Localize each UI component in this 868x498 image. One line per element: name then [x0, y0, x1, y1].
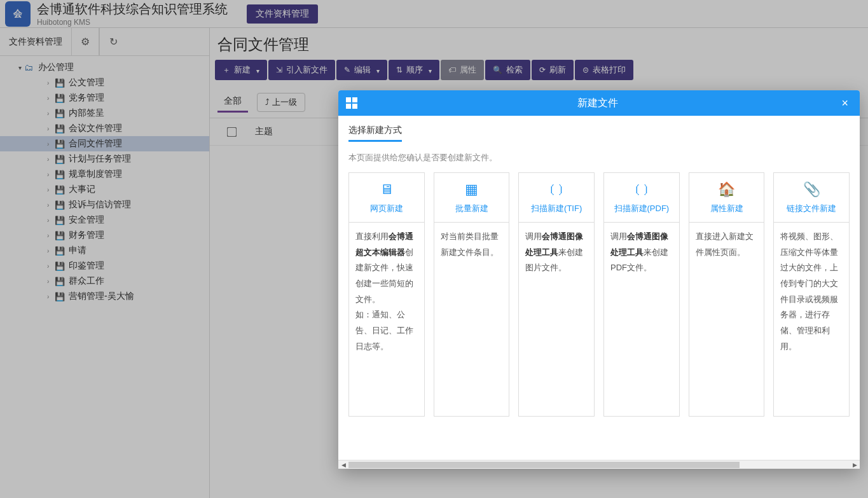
card-description: 直接进入新建文件属性页面。 [689, 223, 764, 416]
card-icon: ⟮ ⟯ [633, 181, 651, 198]
create-option-card[interactable]: ⟮ ⟯扫描新建(PDF)调用会博通图像处理工具来创建PDF文件。 [603, 172, 680, 417]
card-label: 网页新建 [370, 203, 403, 214]
modal-tab-select-method[interactable]: 选择新建方式 [348, 125, 402, 142]
card-icon: ⟮ ⟯ [548, 181, 565, 198]
card-description: 对当前类目批量新建文件条目。 [434, 223, 509, 416]
card-description: 直接利用会博通超文本编辑器创建新文件，快速创建一些简短的文件。如：通知、公告、日… [349, 223, 424, 416]
create-option-card[interactable]: ▦批量新建对当前类目批量新建文件条目。 [434, 172, 510, 417]
close-button[interactable]: × [837, 97, 852, 110]
modal-header: 新建文件 × [338, 90, 860, 116]
scroll-left-arrow[interactable]: ◀ [338, 462, 348, 468]
modal-description: 本页面提供给您确认是否要创建新文件。 [348, 152, 850, 163]
card-label: 属性新建 [710, 203, 743, 214]
create-option-card[interactable]: 📎链接文件新建将视频、图形、压缩文件等体量过大的文件，上传到专门的大文件目录或视… [773, 172, 850, 417]
scroll-right-arrow[interactable]: ▶ [850, 462, 860, 468]
card-description: 调用会博通图像处理工具来创建图片文件。 [519, 223, 594, 416]
grid-icon [346, 97, 357, 109]
card-label: 扫描新建(TIF) [531, 203, 582, 214]
new-file-modal: 新建文件 × 选择新建方式 本页面提供给您确认是否要创建新文件。 🖥网页新建直接… [338, 90, 860, 469]
card-header: ⟮ ⟯扫描新建(PDF) [604, 173, 679, 223]
card-label: 扫描新建(PDF) [614, 203, 670, 214]
modal-body: 选择新建方式 本页面提供给您确认是否要创建新文件。 🖥网页新建直接利用会博通超文… [338, 116, 860, 460]
card-icon: 🏠 [718, 181, 735, 198]
create-option-card[interactable]: ⟮ ⟯扫描新建(TIF)调用会博通图像处理工具来创建图片文件。 [518, 172, 595, 417]
card-icon: ▦ [465, 181, 478, 198]
modal-title: 新建文件 [357, 97, 837, 110]
card-header: ⟮ ⟯扫描新建(TIF) [519, 173, 594, 223]
card-header: ▦批量新建 [434, 173, 509, 223]
card-label: 链接文件新建 [787, 203, 836, 214]
card-header: 🖥网页新建 [349, 173, 424, 223]
card-row: 🖥网页新建直接利用会博通超文本编辑器创建新文件，快速创建一些简短的文件。如：通知… [348, 172, 850, 417]
scroll-thumb[interactable] [348, 462, 740, 468]
card-icon: 🖥 [380, 181, 394, 198]
create-option-card[interactable]: 🖥网页新建直接利用会博通超文本编辑器创建新文件，快速创建一些简短的文件。如：通知… [348, 172, 425, 417]
card-label: 批量新建 [455, 203, 488, 214]
card-description: 调用会博通图像处理工具来创建PDF文件。 [604, 223, 679, 416]
card-header: 🏠属性新建 [689, 173, 764, 223]
scroll-track[interactable] [348, 462, 850, 468]
modal-horizontal-scrollbar[interactable]: ◀ ▶ [338, 460, 860, 469]
card-description: 将视频、图形、压缩文件等体量过大的文件，上传到专门的大文件目录或视频服务器，进行… [774, 223, 849, 416]
card-icon: 📎 [803, 181, 820, 198]
create-option-card[interactable]: 🏠属性新建直接进入新建文件属性页面。 [689, 172, 765, 417]
card-header: 📎链接文件新建 [774, 173, 849, 223]
